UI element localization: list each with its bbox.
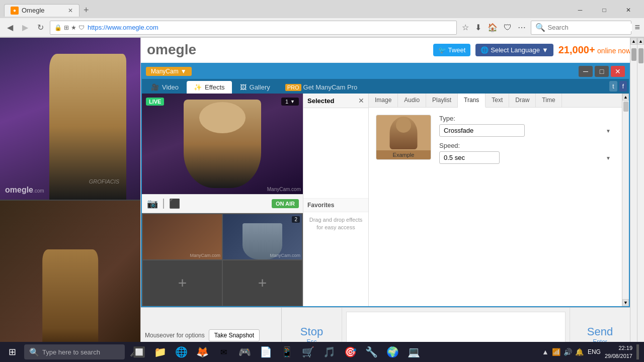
- dots-menu-button[interactable]: ⋯: [516, 22, 528, 33]
- thumbnail-2[interactable]: 2 ManyCam.com: [223, 214, 302, 259]
- download-button[interactable]: ⬇: [473, 22, 484, 33]
- close-button[interactable]: ✕: [617, 2, 640, 18]
- thumbnail-add-3[interactable]: +: [143, 260, 222, 306]
- manycam-app-button[interactable]: ManyCam ▼: [146, 67, 192, 76]
- tab-trans[interactable]: Trans: [458, 94, 486, 108]
- taskbar-search-input[interactable]: [42, 348, 127, 356]
- tab-effects[interactable]: ✨ Effects: [187, 81, 232, 94]
- mc-scroll-thumb: [623, 102, 628, 112]
- twitter-icon: 🐦: [438, 46, 446, 54]
- home-nav-button[interactable]: 🏠: [486, 22, 500, 33]
- browser-menu-button[interactable]: ≡: [634, 22, 640, 33]
- main-video-content: [142, 94, 303, 194]
- taskbar-music[interactable]: 🎵: [319, 342, 339, 362]
- taskbar-task-view[interactable]: 🔲: [129, 342, 149, 362]
- page-scroll-up[interactable]: ▲: [637, 38, 644, 45]
- address-bar[interactable]: 🔒 ⊞ ★ 🛡: [50, 21, 457, 35]
- right-panel-header: Selected ✕: [303, 94, 368, 108]
- forward-button[interactable]: ▶: [19, 21, 31, 34]
- omegle-logo-area: omegle: [147, 42, 428, 58]
- up-arrow-icon[interactable]: ▲: [542, 348, 549, 356]
- tab-draw[interactable]: Draw: [509, 94, 536, 107]
- tab-time[interactable]: Time: [536, 94, 561, 107]
- manycam-window-controls: ─ □ ✕: [579, 66, 625, 77]
- tab-video[interactable]: 🎥 Video: [144, 81, 186, 94]
- twitter-link-button[interactable]: t: [609, 81, 617, 92]
- right-panel-close-button[interactable]: ✕: [358, 97, 364, 105]
- manycam-close-button[interactable]: ✕: [611, 66, 625, 77]
- show-desktop-button[interactable]: [636, 344, 639, 359]
- taskbar-firefox[interactable]: 🦊: [192, 342, 212, 362]
- window-controls: ─ □ ✕: [569, 2, 640, 18]
- send-button[interactable]: Send: [587, 325, 613, 338]
- facebook-link-button[interactable]: f: [619, 81, 627, 92]
- taskbar-extra[interactable]: 🔧: [361, 342, 381, 362]
- speed-select-wrapper[interactable]: 0.5 sec 1 sec 2 sec 0.25 sec ▼: [439, 151, 615, 164]
- tweet-button[interactable]: 🐦 Tweet: [433, 44, 471, 56]
- scroll-track: [630, 45, 637, 355]
- search-input[interactable]: [547, 24, 632, 31]
- network-icon[interactable]: 📶: [552, 348, 560, 356]
- manycam-minimize-button[interactable]: ─: [579, 66, 593, 77]
- thumbnail-add-4[interactable]: +: [223, 260, 302, 306]
- browser-search-bar[interactable]: 🔍: [531, 21, 631, 35]
- manycam-body: LIVE 1 ▼ ManyCam.com 📷 ⬛ ON AIR: [142, 94, 629, 306]
- stop-button[interactable]: Stop: [300, 325, 323, 338]
- preview-label: Example: [376, 150, 431, 159]
- address-input[interactable]: [88, 24, 452, 31]
- minimize-button[interactable]: ─: [569, 2, 592, 18]
- left-webcam-panel: omegle.com GROFIACIS ManyCam.c...: [0, 38, 141, 362]
- taskbar-edge[interactable]: 🌐: [171, 342, 191, 362]
- speed-select[interactable]: 0.5 sec 1 sec 2 sec 0.25 sec: [439, 151, 500, 164]
- taskbar-extra3[interactable]: 💻: [404, 342, 424, 362]
- notification-icon[interactable]: 🔔: [575, 348, 584, 356]
- tab-gallery[interactable]: 🖼 Gallery: [233, 81, 277, 94]
- manycam-main-content: Image Audio Playlist Trans Text Draw Tim…: [368, 94, 622, 306]
- favorites-label: Favorites: [303, 198, 368, 212]
- back-button[interactable]: ◀: [4, 21, 16, 34]
- select-language-button[interactable]: 🌐 Select Language ▼: [475, 44, 553, 56]
- take-snapshot-button[interactable]: Take Snapshot: [209, 329, 260, 341]
- taskbar-word[interactable]: 📄: [256, 342, 276, 362]
- page-scroll-thumb: [638, 48, 643, 63]
- taskbar-store[interactable]: 🛒: [298, 342, 318, 362]
- shield-nav-button[interactable]: 🛡: [502, 22, 514, 33]
- reload-button[interactable]: ↻: [34, 21, 47, 34]
- new-tab-button[interactable]: +: [79, 5, 93, 16]
- volume-icon[interactable]: 🔊: [564, 348, 572, 356]
- manycam-maximize-button[interactable]: □: [595, 66, 609, 77]
- taskbar-search[interactable]: 🔍 🎤: [24, 344, 125, 359]
- type-select-wrapper[interactable]: Crossfade Cut Fade to Black Dissolve ▼: [439, 124, 615, 137]
- taskbar-steam[interactable]: 🎯: [340, 342, 360, 362]
- on-air-button[interactable]: ON AIR: [272, 199, 299, 208]
- maximize-button[interactable]: □: [593, 2, 616, 18]
- thumbnail-1[interactable]: ManyCam.com: [143, 214, 222, 259]
- scroll-thumb: [631, 48, 636, 61]
- tab-playlist[interactable]: Playlist: [426, 94, 458, 107]
- online-count: 21,000+ online now: [558, 44, 631, 56]
- favorites-button[interactable]: ☆: [460, 22, 471, 33]
- taskbar-games[interactable]: 🎮: [234, 342, 255, 362]
- start-button[interactable]: ⊞: [0, 342, 24, 362]
- tab-text[interactable]: Text: [486, 94, 509, 107]
- mc-scroll-up[interactable]: ▲: [622, 94, 629, 101]
- mc-scroll-down[interactable]: ▼: [622, 299, 629, 306]
- taskbar-clock[interactable]: 22:19 29/08/2017: [605, 344, 632, 360]
- flag-icon: 🌐: [480, 46, 489, 54]
- scroll-up-button[interactable]: ▲: [630, 38, 637, 45]
- record-button[interactable]: ⬛: [168, 197, 181, 210]
- pro-tab-icon: PRO: [285, 84, 301, 91]
- tab-audio[interactable]: Audio: [398, 94, 426, 107]
- taskbar-phone[interactable]: 📱: [277, 342, 297, 362]
- webcam-button[interactable]: 📷: [146, 197, 159, 210]
- tab-image[interactable]: Image: [369, 94, 398, 107]
- close-tab-button[interactable]: ✕: [68, 7, 73, 14]
- type-select[interactable]: Crossfade Cut Fade to Black Dissolve: [439, 124, 525, 137]
- trans-content: Example Type: Crossfade Cut Fade: [369, 108, 622, 306]
- taskbar-mail[interactable]: ✉: [213, 342, 233, 362]
- address-icons: 🔒 ⊞ ★ 🛡: [54, 24, 85, 31]
- taskbar-extra2[interactable]: 🌍: [382, 342, 403, 362]
- tab-pro[interactable]: PRO Get ManyCam Pro: [278, 81, 365, 94]
- taskbar-file-explorer[interactable]: 📁: [150, 342, 170, 362]
- active-tab[interactable]: ● Omegle ✕: [4, 4, 79, 17]
